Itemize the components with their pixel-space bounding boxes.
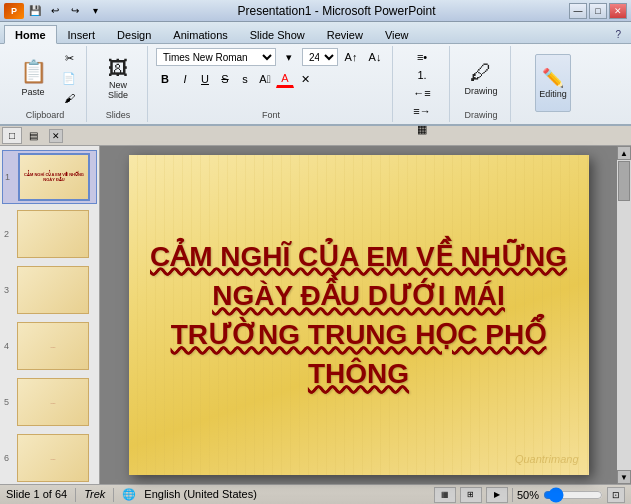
italic-button[interactable]: I — [176, 70, 194, 88]
title-bar-controls: — □ ✕ — [569, 3, 627, 19]
theme-info: Trek — [84, 488, 105, 502]
cut-button[interactable]: ✂ — [58, 49, 80, 67]
slide-preview-5[interactable]: ___ — [17, 378, 89, 426]
help-button[interactable]: ? — [609, 26, 627, 43]
scroll-up-button[interactable]: ▲ — [617, 146, 631, 160]
indent-decrease-button[interactable]: ←≡ — [411, 84, 433, 102]
minimize-button[interactable]: — — [569, 3, 587, 19]
slide-thumb-3[interactable]: 3 — [2, 264, 97, 316]
paragraph-group: ≡• 1. ←≡ ≡→ ▦ ↔ ⬱ ≡ ⬰ ☰ ↕ ↕A ♻ Paragraph — [395, 46, 450, 122]
tab-review[interactable]: Review — [316, 25, 374, 43]
status-separator-2 — [113, 488, 114, 502]
slide-preview-text-1: CẢM NGHĨ CỦA EM VỀ NHỮNG NGÀY ĐẦU — [20, 170, 88, 184]
indent-increase-button[interactable]: ≡→ — [411, 102, 433, 120]
slide-thumb-1[interactable]: 1 CẢM NGHĨ CỦA EM VỀ NHỮNG NGÀY ĐẦU — [2, 150, 97, 204]
columns-button[interactable]: ▦ — [411, 120, 433, 138]
drawing-icon: 🖊 — [470, 60, 492, 86]
charspacing-button[interactable]: A⃣ — [256, 70, 274, 88]
paste-icon: 📋 — [20, 59, 47, 85]
tab-animations[interactable]: Animations — [162, 25, 238, 43]
slide-thumb-6[interactable]: 6 ___ — [2, 432, 97, 484]
ribbon-tabs: Home Insert Design Animations Slide Show… — [0, 22, 631, 44]
redo-button[interactable]: ↪ — [66, 3, 84, 19]
window-title: Presentation1 - Microsoft PowerPoint — [104, 4, 569, 18]
status-separator-3 — [512, 488, 513, 502]
slide-num-2: 2 — [4, 229, 14, 239]
scroll-down-button[interactable]: ▼ — [617, 470, 631, 484]
copy-button[interactable]: 📄 — [58, 69, 80, 87]
slides-panel[interactable]: 1 CẢM NGHĨ CỦA EM VỀ NHỮNG NGÀY ĐẦU 2 3 … — [0, 146, 100, 484]
drawing-button[interactable]: 🖊 Drawing — [458, 49, 504, 107]
slide-num-6: 6 — [4, 453, 14, 463]
zoom-fit-button[interactable]: ⊡ — [607, 487, 625, 503]
slide-thumb-4[interactable]: 4 ___ — [2, 320, 97, 372]
font-group: Times New Roman ▾ 24 A↑ A↓ B I U S s A⃣ … — [150, 46, 393, 122]
undo-button[interactable]: ↩ — [46, 3, 64, 19]
title-bar: P 💾 ↩ ↪ ▾ Presentation1 - Microsoft Powe… — [0, 0, 631, 22]
slide-num-4: 4 — [4, 341, 14, 351]
normal-view-button[interactable]: ▦ — [434, 487, 456, 503]
slide-preview-6[interactable]: ___ — [17, 434, 89, 482]
editing-icon: ✏️ — [542, 67, 564, 89]
slide-canvas-area: CẢM NGHĨ CỦA EM VỀ NHỮNG NGÀY ĐẦU DƯỚI M… — [100, 146, 617, 484]
slide-preview-1[interactable]: CẢM NGHĨ CỦA EM VỀ NHỮNG NGÀY ĐẦU — [18, 153, 90, 201]
drawing-content: 🖊 Drawing — [458, 48, 504, 108]
scrollbar-thumb[interactable] — [618, 161, 630, 201]
fontcolor-button[interactable]: A — [276, 70, 294, 88]
slide-sorter-button[interactable]: ⊞ — [460, 487, 482, 503]
language-info: English (United States) — [144, 488, 257, 502]
language-icon: 🌐 — [122, 488, 136, 502]
slide-num-5: 5 — [4, 397, 14, 407]
editing-button[interactable]: ✏️ Editing — [535, 54, 571, 112]
slide-preview-4[interactable]: ___ — [17, 322, 89, 370]
underline-button[interactable]: U — [196, 70, 214, 88]
close-button[interactable]: ✕ — [609, 3, 627, 19]
font-family-dropdown[interactable]: Times New Roman — [156, 48, 276, 66]
watermark: Quantrimang — [515, 453, 579, 465]
para-row1: ≡• 1. ←≡ ≡→ ▦ ↔ — [411, 48, 433, 156]
zoom-slider[interactable] — [543, 490, 603, 500]
strikethrough-button[interactable]: S — [216, 70, 234, 88]
slide-canvas[interactable]: CẢM NGHĨ CỦA EM VỀ NHỮNG NGÀY ĐẦU DƯỚI M… — [129, 155, 589, 475]
status-left: Slide 1 of 64 Trek 🌐 English (United Sta… — [6, 488, 426, 502]
slide-title[interactable]: CẢM NGHĨ CỦA EM VỀ NHỮNG NGÀY ĐẦU DƯỚI M… — [129, 217, 589, 414]
scrollbar-track[interactable] — [617, 160, 631, 470]
clipboard-group: 📋 Paste ✂ 📄 🖌 Clipboard — [4, 46, 87, 122]
clearformat-button[interactable]: ✕ — [296, 70, 314, 88]
tab-insert[interactable]: Insert — [57, 25, 107, 43]
maximize-button[interactable]: □ — [589, 3, 607, 19]
slideshow-view-button[interactable]: ▶ — [486, 487, 508, 503]
bold-button[interactable]: B — [156, 70, 174, 88]
panel-tab-slides[interactable]: ▤ — [22, 127, 45, 144]
clipboard-small-buttons: ✂ 📄 🖌 — [58, 49, 80, 107]
shadow-button[interactable]: s — [236, 70, 254, 88]
tab-design[interactable]: Design — [106, 25, 162, 43]
font-size-increase-btn[interactable]: A↑ — [340, 48, 362, 66]
slide-preview-3[interactable] — [17, 266, 89, 314]
slide-preview-2[interactable] — [17, 210, 89, 258]
tab-view[interactable]: View — [374, 25, 420, 43]
numbering-button[interactable]: 1. — [411, 66, 433, 84]
tab-slideshow[interactable]: Slide Show — [239, 25, 316, 43]
slide-thumb-5[interactable]: 5 ___ — [2, 376, 97, 428]
paste-button[interactable]: 📋 Paste — [10, 49, 56, 107]
slide-num-1: 1 — [5, 172, 15, 182]
drawing-label: Drawing — [465, 108, 498, 120]
title-bar-left: P 💾 ↩ ↪ ▾ — [4, 3, 104, 19]
format-painter-button[interactable]: 🖌 — [58, 89, 80, 107]
new-slide-button[interactable]: 🖼 New Slide — [95, 49, 141, 107]
panel-tab-outline[interactable]: □ — [2, 127, 22, 144]
qa-dropdown-button[interactable]: ▾ — [86, 3, 104, 19]
slide-num-3: 3 — [4, 285, 14, 295]
vertical-scrollbar[interactable]: ▲ ▼ — [617, 146, 631, 484]
tab-home[interactable]: Home — [4, 25, 57, 44]
bullets-button[interactable]: ≡• — [411, 48, 433, 66]
font-size-decrease-btn[interactable]: A↓ — [364, 48, 386, 66]
font-row2: B I U S s A⃣ A ✕ — [156, 70, 314, 88]
slide-thumb-2[interactable]: 2 — [2, 208, 97, 260]
save-button[interactable]: 💾 — [26, 3, 44, 19]
editing-content: ✏️ Editing — [535, 48, 571, 118]
font-dropdown-btn[interactable]: ▾ — [278, 48, 300, 66]
font-size-dropdown[interactable]: 24 — [302, 48, 338, 66]
panel-close-button[interactable]: ✕ — [49, 129, 63, 143]
